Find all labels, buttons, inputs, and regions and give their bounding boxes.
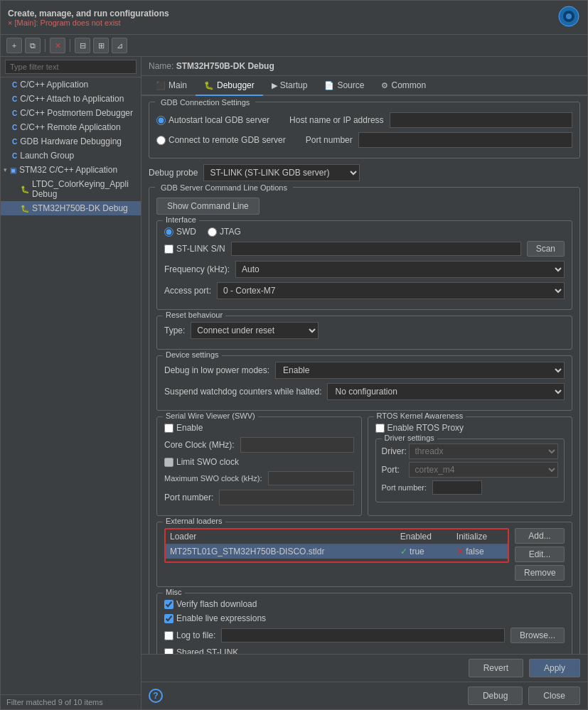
- collapse-button[interactable]: ⊟: [75, 38, 90, 53]
- port-select[interactable]: cortex_m4: [409, 462, 559, 478]
- access-port-select[interactable]: 0 - Cortex-M7: [217, 282, 565, 299]
- show-command-button[interactable]: Show Command Line: [156, 198, 260, 215]
- delete-button[interactable]: ✕: [50, 38, 65, 53]
- port-row: Port: cortex_m4: [382, 462, 559, 478]
- sidebar-item-stm32h750[interactable]: 🐛 STM32H750B-DK Debug: [1, 201, 141, 215]
- suspend-watchdog-select[interactable]: No configuration: [327, 383, 565, 400]
- driver-label: Driver:: [382, 446, 403, 456]
- title-bar-left: Create, manage, and run configurations ×…: [8, 9, 169, 27]
- connect-remote-radio-option[interactable]: Connect to remote GDB server: [156, 135, 286, 145]
- rtos-section: RTOS Kernel Awareness Enable RTOS Proxy …: [368, 416, 573, 516]
- log-file-checkbox[interactable]: [164, 631, 173, 640]
- sidebar-item-ltdc[interactable]: 🐛 LTDC_ColorKeying_Appli Debug: [1, 177, 141, 201]
- remove-loader-button[interactable]: Remove: [515, 565, 565, 581]
- stlink-sn-checkbox-label[interactable]: ST-LINK S/N: [164, 244, 225, 254]
- stlink-sn-checkbox[interactable]: [164, 244, 173, 254]
- duplicate-button[interactable]: ⧉: [25, 38, 41, 53]
- sidebar-item-cpp-app[interactable]: C C/C++ Application: [1, 77, 141, 92]
- startup-tab-icon: ▶: [272, 81, 277, 90]
- toolbar-separator: [45, 39, 46, 52]
- enabled-value: true: [410, 547, 424, 556]
- tab-main[interactable]: ⬛ Main: [147, 76, 196, 96]
- jtag-radio[interactable]: [208, 227, 217, 237]
- low-power-select[interactable]: Enable: [275, 362, 565, 379]
- window-error: × [Main]: Program does not exist: [8, 18, 169, 27]
- autostart-radio-option[interactable]: Autostart local GDB server: [156, 115, 269, 125]
- sidebar-item-cpp-attach[interactable]: C C/C++ Attach to Application: [1, 92, 141, 106]
- stlink-sn-input[interactable]: [231, 242, 521, 256]
- driver-select[interactable]: threadx: [409, 443, 559, 459]
- sidebar-item-label: C/C++ Application: [20, 80, 88, 90]
- debug-probe-select[interactable]: ST-LINK (ST-LINK GDB server): [203, 164, 360, 181]
- sidebar-item-launch-group[interactable]: C Launch Group: [1, 149, 141, 163]
- verify-flash-checkbox[interactable]: [164, 600, 173, 609]
- swv-section: Serial Wire Viewer (SWV) Enable Core Clo…: [156, 416, 362, 516]
- max-swo-input[interactable]: auto detect: [268, 471, 354, 485]
- main-tab-icon: ⬛: [156, 81, 166, 90]
- browse-button[interactable]: Browse...: [511, 628, 565, 643]
- reset-title: Reset behaviour: [163, 311, 225, 319]
- autostart-radio[interactable]: [156, 116, 166, 125]
- jtag-radio-option[interactable]: JTAG: [208, 227, 241, 237]
- log-file-label[interactable]: Log to file:: [164, 630, 215, 640]
- driver-port-number-input[interactable]: 60000: [432, 480, 482, 495]
- swv-enable-label[interactable]: Enable: [164, 423, 203, 433]
- tab-source[interactable]: 📄 Source: [316, 76, 373, 96]
- tab-common[interactable]: ⚙ Common: [373, 76, 434, 96]
- misc-section: Misc Verify flash download Ena: [156, 593, 572, 654]
- enabled-check-icon: ✓: [400, 547, 407, 556]
- right-panel: Name: STM32H750B-DK Debug ⬛ Main 🐛 Debug…: [141, 57, 587, 709]
- log-file-input[interactable]: [221, 628, 505, 642]
- revert-button[interactable]: Revert: [469, 659, 523, 677]
- swd-radio[interactable]: [164, 227, 173, 237]
- new-config-button[interactable]: +: [6, 38, 22, 53]
- reset-type-label: Type:: [164, 326, 185, 335]
- scan-button[interactable]: Scan: [527, 241, 565, 257]
- sidebar-item-cpp-postmortem[interactable]: C C/C++ Postmortem Debugger: [1, 106, 141, 120]
- add-loader-button[interactable]: Add...: [515, 528, 565, 544]
- live-expressions-label[interactable]: Enable live expressions: [164, 613, 266, 623]
- tab-debugger[interactable]: 🐛 Debugger: [196, 76, 263, 96]
- port-number-input[interactable]: 61235: [219, 490, 353, 505]
- limit-swo-text: Limit SWO clock: [176, 457, 239, 467]
- swd-radio-option[interactable]: SWD: [164, 227, 196, 237]
- port-input[interactable]: 61234: [358, 132, 572, 148]
- debug-button[interactable]: Debug: [468, 687, 523, 705]
- close-button[interactable]: Close: [528, 687, 580, 705]
- filter-input[interactable]: [5, 60, 137, 74]
- interface-section: Interface SWD JTAG: [156, 220, 572, 310]
- filter-button[interactable]: ⊿: [112, 38, 127, 53]
- enabled-cell: ✓ true: [396, 544, 452, 559]
- help-icon[interactable]: ?: [149, 689, 163, 703]
- frequency-label: Frequency (kHz):: [164, 264, 230, 274]
- rtos-enable-checkbox[interactable]: [375, 424, 385, 433]
- expand-button[interactable]: ⊞: [93, 38, 109, 53]
- tab-startup[interactable]: ▶ Startup: [263, 76, 316, 96]
- sidebar-item-cpp-remote[interactable]: C C/C++ Remote Application: [1, 120, 141, 134]
- gdb-hardware-icon: C: [12, 138, 17, 146]
- toolbar: + ⧉ ✕ ⊟ ⊞ ⊿: [1, 35, 587, 57]
- access-port-row: Access port: 0 - Cortex-M7: [164, 282, 565, 299]
- hostname-input[interactable]: localhost: [390, 112, 572, 128]
- reset-type-select[interactable]: Connect under reset: [191, 322, 319, 339]
- cpp-app-icon: C: [12, 81, 17, 89]
- sidebar-item-stm32-group[interactable]: ▾ ▣ STM32 C/C++ Application: [1, 163, 141, 177]
- table-row[interactable]: MT25TL01G_STM32H750B-DISCO.stldr ✓ true: [166, 544, 508, 559]
- sidebar-item-gdb-hardware[interactable]: C GDB Hardware Debugging: [1, 134, 141, 149]
- device-title: Device settings: [163, 350, 222, 359]
- shared-stlink-checkbox[interactable]: [164, 648, 173, 655]
- edit-loader-button[interactable]: Edit...: [515, 547, 565, 562]
- connect-remote-radio[interactable]: [156, 136, 166, 145]
- initialize-value: false: [466, 547, 483, 556]
- limit-swo-checkbox[interactable]: [164, 458, 173, 467]
- rtos-enable-label[interactable]: Enable RTOS Proxy: [375, 423, 464, 433]
- apply-button[interactable]: Apply: [529, 659, 580, 677]
- swv-enable-checkbox[interactable]: [164, 424, 173, 433]
- core-clock-input[interactable]: 16.0: [240, 437, 354, 453]
- shared-stlink-label[interactable]: Shared ST-LINK: [164, 647, 238, 654]
- access-port-label: Access port:: [164, 286, 211, 296]
- frequency-select[interactable]: Auto: [235, 261, 565, 278]
- max-swo-label: Maximum SWO clock (kHz):: [164, 474, 262, 483]
- live-expressions-checkbox[interactable]: [164, 614, 173, 623]
- verify-flash-label[interactable]: Verify flash download: [164, 599, 257, 609]
